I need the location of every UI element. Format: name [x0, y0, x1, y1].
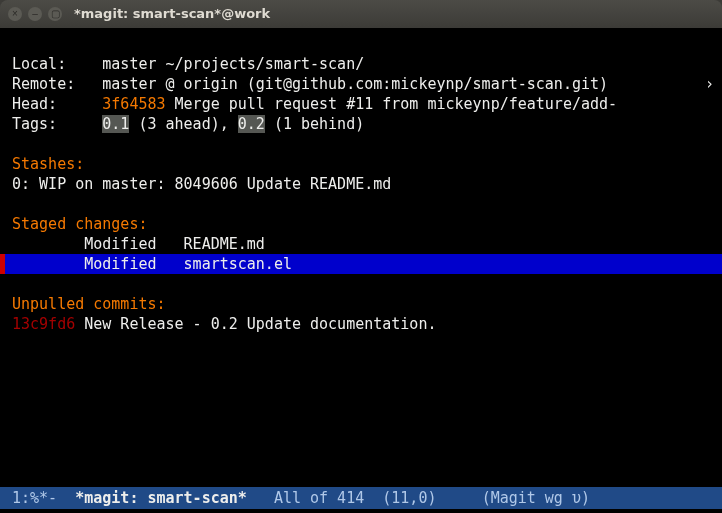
- commit-msg: New Release - 0.2 Update documentation.: [84, 315, 436, 333]
- tag-1-status: (3 ahead),: [129, 115, 237, 133]
- maximize-icon[interactable]: ▢: [48, 7, 62, 21]
- staged-item[interactable]: Modified README.md: [12, 235, 265, 253]
- local-label: Local:: [12, 55, 66, 73]
- local-line: Local: master ~/projects/smart-scan/: [12, 55, 364, 73]
- local-path: ~/projects/smart-scan/: [166, 55, 365, 73]
- terminal-body[interactable]: Local: master ~/projects/smart-scan/ Rem…: [0, 28, 722, 513]
- tags-label: Tags:: [12, 115, 57, 133]
- head-line: Head: 3f64583 Merge pull request #11 fro…: [12, 95, 617, 113]
- unpulled-heading: Unpulled commits:: [12, 295, 166, 313]
- commit-sha: 13c9fd6: [12, 315, 75, 333]
- remote-branch: master: [102, 75, 156, 93]
- staged-state: Modified: [84, 235, 156, 253]
- cursor-gutter-icon: [0, 254, 5, 274]
- tag-2-status: (1 behind): [265, 115, 364, 133]
- remote-label: Remote:: [12, 75, 75, 93]
- modeline-position: All of 414 (11,0): [247, 489, 482, 507]
- minimize-icon[interactable]: –: [28, 7, 42, 21]
- modeline-mode: (Magit wg υ): [482, 489, 590, 507]
- local-branch: master: [102, 55, 156, 73]
- emacs-window: × – ▢ *magit: smart-scan*@work Local: ma…: [0, 0, 722, 513]
- titlebar[interactable]: × – ▢ *magit: smart-scan*@work: [0, 0, 722, 28]
- stash-text: : WIP on master: 8049606 Update README.m…: [21, 175, 391, 193]
- tag-1: 0.1: [102, 115, 129, 133]
- unpulled-item[interactable]: 13c9fd6 New Release - 0.2 Update documen…: [12, 315, 436, 333]
- staged-item-selected[interactable]: Modified smartscan.el: [0, 254, 722, 274]
- tags-line: Tags: 0.1 (3 ahead), 0.2 (1 behind): [12, 115, 364, 133]
- tag-2: 0.2: [238, 115, 265, 133]
- close-icon[interactable]: ×: [8, 7, 22, 21]
- staged-file: smartscan.el: [184, 255, 292, 273]
- remote-url: (git@github.com:mickeynp/smart-scan.git): [247, 75, 608, 93]
- stash-index: 0: [12, 175, 21, 193]
- staged-heading: Staged changes:: [12, 215, 147, 233]
- staged-state: Modified: [84, 255, 156, 273]
- remote-line: Remote: master @ origin (git@github.com:…: [12, 75, 608, 93]
- head-sha: 3f64583: [102, 95, 165, 113]
- stash-item[interactable]: 0: WIP on master: 8049606 Update README.…: [12, 175, 391, 193]
- modeline-left: 1:%*-: [12, 489, 75, 507]
- modeline-buffer: *magit: smart-scan*: [75, 489, 247, 507]
- mode-line: 1:%*- *magit: smart-scan* All of 414 (11…: [0, 487, 722, 509]
- head-msg: Merge pull request #11 from mickeynp/fea…: [175, 95, 618, 113]
- head-label: Head:: [12, 95, 57, 113]
- staged-file: README.md: [184, 235, 265, 253]
- window-title: *magit: smart-scan*@work: [74, 7, 270, 21]
- overflow-icon: ›: [705, 74, 714, 94]
- stashes-heading: Stashes:: [12, 155, 84, 173]
- remote-at: @ origin: [166, 75, 238, 93]
